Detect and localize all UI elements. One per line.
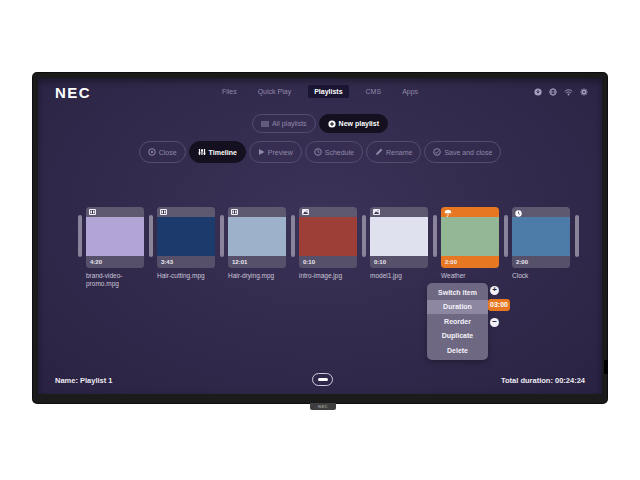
- drop-handle: [504, 215, 508, 257]
- timeline-label: Timeline: [209, 149, 237, 156]
- pencil-icon: [375, 148, 383, 156]
- playlist-name-label: Name: Playlist 1: [55, 376, 113, 385]
- gear-icon[interactable]: [580, 88, 588, 96]
- item-name: Hair-cutting.mpg: [157, 272, 215, 280]
- item-duration: 0:10: [370, 259, 386, 265]
- item-duration: 12:01: [228, 259, 247, 265]
- duration-stepper: + 03:00 −: [490, 286, 510, 327]
- timeline-item-model1[interactable]: 0:10: [370, 207, 428, 268]
- item-name: brand-video-promo.mpg: [86, 272, 144, 289]
- drop-handle: [149, 215, 153, 257]
- nav-tab-cms[interactable]: CMS: [362, 85, 386, 98]
- hide-panel-button[interactable]: [312, 373, 333, 386]
- timeline-item-weather-selected[interactable]: 2:00: [441, 207, 499, 268]
- timeline-item-clock[interactable]: 2:00: [512, 207, 570, 268]
- clock-icon: [314, 148, 322, 156]
- drop-handle: [362, 215, 366, 257]
- new-playlist-label: New playlist: [339, 120, 379, 127]
- timeline-unit: 2:00 Clock: [504, 207, 575, 280]
- drop-handle: [78, 215, 82, 257]
- item-duration: 4:20: [86, 259, 102, 265]
- clock-widget-icon: [515, 207, 522, 221]
- item-name: Hair-drying.mpg: [228, 272, 286, 280]
- rename-label: Rename: [386, 149, 412, 156]
- item-duration: 2:00: [441, 259, 457, 265]
- drop-handle: [220, 215, 224, 257]
- timeline-item-intro-image[interactable]: 0:10: [299, 207, 357, 268]
- timeline-button[interactable]: Timeline: [189, 141, 246, 163]
- screen: NEC Files Quick Play Playlists CMS Apps: [38, 78, 602, 394]
- umbrella-icon: [444, 207, 452, 221]
- timeline-item-brand-video[interactable]: 4:20: [86, 207, 144, 268]
- preview-label: Preview: [268, 149, 293, 156]
- item-name: model1.jpg: [370, 272, 428, 280]
- wifi-icon[interactable]: [564, 88, 573, 96]
- preview-button[interactable]: Preview: [249, 141, 302, 163]
- toolbar: Close Timeline Preview Schedule: [38, 141, 602, 163]
- globe-icon[interactable]: [549, 88, 557, 96]
- item-name: Clock: [512, 272, 570, 280]
- film-icon: [89, 209, 96, 215]
- timeline-unit: 0:10 model1.jpg: [362, 207, 433, 280]
- menu-item-duplicate[interactable]: Duplicate: [427, 329, 488, 344]
- film-icon: [231, 209, 238, 215]
- item-name: Weather: [441, 272, 499, 280]
- plus-circle-button[interactable]: +: [490, 286, 499, 295]
- image-icon: [373, 209, 380, 215]
- close-circle-icon: [148, 148, 156, 156]
- update-icon[interactable]: [534, 88, 542, 96]
- all-playlists-button[interactable]: All playlists: [252, 114, 316, 133]
- rename-button[interactable]: Rename: [366, 141, 421, 163]
- minus-bar-icon: [318, 378, 328, 381]
- all-playlists-label: All playlists: [272, 120, 307, 127]
- item-duration: 0:10: [299, 259, 315, 265]
- close-button[interactable]: Close: [139, 141, 186, 163]
- duration-value-badge[interactable]: 03:00: [488, 299, 510, 311]
- image-icon: [302, 209, 309, 215]
- item-context-menu: Switch item Duration Reorder Duplicate D…: [427, 283, 488, 360]
- timeline-item-hair-drying[interactable]: 12:01: [228, 207, 286, 268]
- schedule-label: Schedule: [325, 149, 354, 156]
- new-playlist-button[interactable]: New playlist: [319, 114, 388, 133]
- system-icons: [534, 88, 588, 96]
- timeline-unit: 2:00 Weather: [433, 207, 504, 280]
- timeline-unit: 0:10 intro-image.jpg: [291, 207, 362, 280]
- timeline-item-hair-cutting[interactable]: 3:43: [157, 207, 215, 268]
- save-and-close-button[interactable]: Save and close: [424, 141, 501, 163]
- item-duration: 3:43: [157, 259, 173, 265]
- menu-item-duration[interactable]: Duration: [427, 300, 488, 315]
- nav-tab-quick-play[interactable]: Quick Play: [254, 85, 295, 98]
- nav-tab-playlists[interactable]: Playlists: [308, 85, 348, 98]
- nav-tab-apps[interactable]: Apps: [398, 85, 422, 98]
- item-name: intro-image.jpg: [299, 272, 357, 280]
- nec-bottom-tab: NEC: [310, 403, 336, 410]
- playlist-bar: All playlists New playlist: [38, 114, 602, 133]
- nav-tab-files[interactable]: Files: [218, 85, 241, 98]
- item-duration: 2:00: [512, 259, 528, 265]
- plus-circle-icon: [328, 120, 336, 128]
- check-circle-icon: [433, 148, 441, 156]
- save-and-close-label: Save and close: [444, 149, 492, 156]
- total-duration-label: Total duration: 00:24:24: [501, 376, 585, 385]
- monitor-bezel: NEC Files Quick Play Playlists CMS Apps: [33, 73, 607, 403]
- power-sensor-notch: [604, 360, 608, 374]
- hamburger-icon: [261, 121, 269, 127]
- timeline-strip: 4:20 brand-video-promo.mpg 3:43 Hair-cut…: [78, 207, 579, 289]
- schedule-button[interactable]: Schedule: [305, 141, 363, 163]
- timeline-unit: 4:20 brand-video-promo.mpg: [78, 207, 149, 289]
- main-nav: Files Quick Play Playlists CMS Apps: [38, 85, 602, 98]
- minus-circle-button[interactable]: −: [490, 318, 499, 327]
- menu-item-delete[interactable]: Delete: [427, 343, 488, 358]
- drop-handle: [291, 215, 295, 257]
- drop-handle: [433, 215, 437, 257]
- timeline-unit: 3:43 Hair-cutting.mpg: [149, 207, 220, 280]
- menu-item-reorder[interactable]: Reorder: [427, 314, 488, 329]
- close-label: Close: [159, 149, 177, 156]
- menu-item-switch-item[interactable]: Switch item: [427, 285, 488, 300]
- play-icon: [258, 148, 265, 156]
- film-icon: [160, 209, 167, 215]
- equalizer-icon: [198, 148, 206, 156]
- drop-handle: [575, 215, 579, 257]
- timeline-unit: 12:01 Hair-drying.mpg: [220, 207, 291, 280]
